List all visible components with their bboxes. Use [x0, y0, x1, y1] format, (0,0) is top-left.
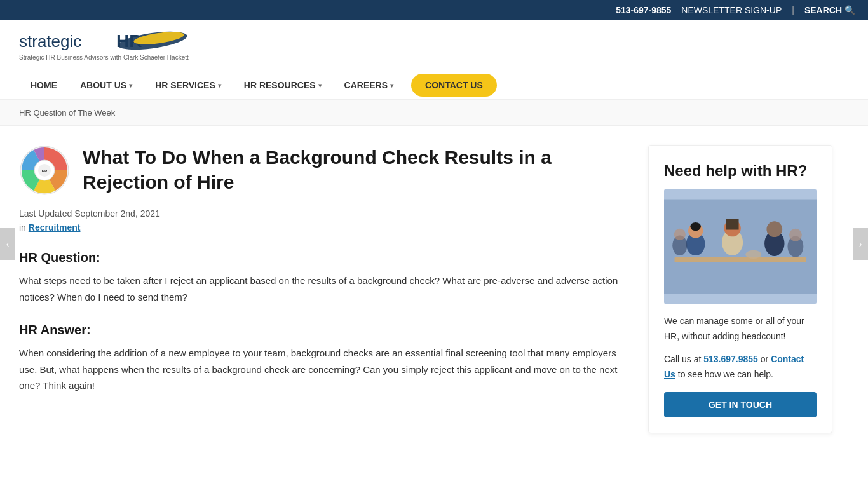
article-area: HR What To Do When a Background Check Re…: [19, 145, 629, 433]
article-last-updated: Last Updated September 2nd, 2021: [19, 208, 629, 219]
svg-text:HR: HR: [42, 169, 48, 173]
next-arrow[interactable]: ›: [853, 228, 868, 260]
hr-answer-body: When considering the addition of a new e…: [19, 345, 629, 394]
svg-point-21: [789, 229, 802, 241]
hr-answer-heading: HR Answer:: [19, 323, 629, 337]
logo[interactable]: strategic HR Strategic HR Business Advis…: [19, 27, 197, 65]
chevron-down-icon: ▾: [318, 82, 322, 89]
article-category: in Recruitment: [19, 222, 629, 233]
sidebar-heading: Need help with HR?: [664, 161, 817, 180]
hr-question-heading: HR Question:: [19, 250, 629, 265]
sidebar: Need help with HR?: [648, 145, 832, 433]
chevron-down-icon: ▾: [390, 82, 393, 89]
main-nav: HOME ABOUT US ▾ HR SERVICES ▾ HR RESOURC…: [0, 71, 868, 100]
nav-about[interactable]: ABOUT US ▾: [69, 71, 144, 99]
search-button[interactable]: SEARCH 🔍: [804, 5, 855, 15]
category-link[interactable]: Recruitment: [29, 222, 81, 233]
chevron-down-icon: ▾: [129, 82, 132, 89]
search-icon: 🔍: [844, 5, 855, 15]
site-header: strategic HR Strategic HR Business Advis…: [0, 20, 868, 71]
nav-contact-us[interactable]: CONTACT US: [411, 74, 497, 97]
article-icon: HR: [19, 145, 70, 196]
article-title: What To Do When a Background Check Resul…: [83, 145, 629, 194]
svg-point-18: [766, 221, 782, 237]
svg-rect-16: [726, 219, 739, 230]
nav-hr-services[interactable]: HR SERVICES ▾: [144, 71, 233, 99]
svg-text:Strategic HR Business Advisors: Strategic HR Business Advisors with Clar…: [19, 54, 189, 61]
svg-rect-10: [675, 257, 806, 262]
svg-point-19: [745, 250, 761, 259]
nav-careers[interactable]: CAREERS ▾: [333, 71, 405, 99]
phone-number: 513-697-9855: [616, 5, 671, 15]
newsletter-link[interactable]: NEWSLETTER SIGN-UP: [681, 5, 782, 15]
divider: |: [792, 5, 794, 15]
hr-question-body: What steps need to be taken after I reje…: [19, 273, 629, 305]
sidebar-body-text-1: We can manage some or all of your HR, wi…: [664, 314, 817, 344]
breadcrumb: HR Question of The Week: [0, 100, 868, 126]
top-bar: 513-697-9855 NEWSLETTER SIGN-UP | SEARCH…: [0, 0, 868, 20]
sidebar-phone-link[interactable]: 513.697.9855: [703, 354, 758, 364]
chevron-down-icon: ▾: [218, 82, 221, 89]
sidebar-card: Need help with HR?: [648, 145, 832, 433]
svg-point-13: [690, 222, 701, 231]
nav-home[interactable]: HOME: [19, 71, 69, 99]
article-header: HR What To Do When a Background Check Re…: [19, 145, 629, 196]
sidebar-cta-button[interactable]: GET IN TOUCH: [664, 392, 817, 417]
prev-arrow[interactable]: ‹: [0, 228, 15, 260]
svg-text:strategic: strategic: [19, 32, 81, 51]
svg-point-23: [674, 229, 686, 240]
sidebar-image: [664, 189, 817, 304]
sidebar-body-text-2: Call us at 513.697.9855 or Contact Us to…: [664, 352, 817, 383]
main-layout: HR What To Do When a Background Check Re…: [0, 126, 868, 452]
nav-hr-resources[interactable]: HR RESOURCES ▾: [233, 71, 333, 99]
